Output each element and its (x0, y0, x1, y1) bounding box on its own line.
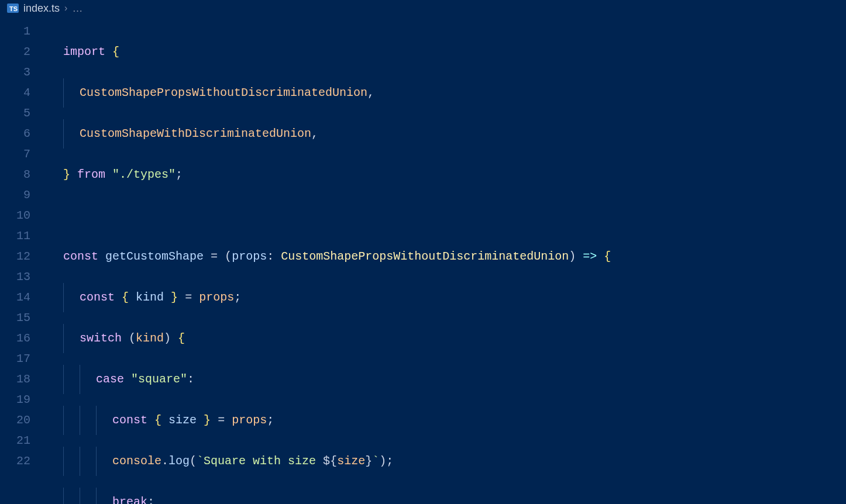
line-number: 7 (0, 144, 46, 164)
punct: ; (176, 168, 183, 181)
keyword: import (63, 45, 105, 58)
punct: ; (267, 413, 274, 427)
brace: { (154, 413, 161, 427)
code-line[interactable]: switch (kind) { (63, 328, 611, 348)
code-line[interactable] (63, 205, 611, 226)
keyword: break (112, 495, 147, 504)
brace: } (63, 168, 70, 181)
punct: , (311, 127, 318, 140)
punct: ) (164, 332, 171, 345)
brace: } (171, 291, 178, 304)
line-number: 17 (0, 348, 46, 369)
punct: : (187, 372, 194, 386)
string: "./types" (112, 168, 176, 181)
punct: ( (225, 250, 232, 263)
punct: } (365, 454, 372, 468)
punct: = (185, 291, 192, 304)
punct: : (267, 250, 281, 263)
punct: ; (147, 495, 154, 504)
punct: ${ (323, 454, 337, 468)
line-number: 12 (0, 246, 46, 267)
identifier: CustomShapeWithDiscriminatedUnion (80, 127, 311, 140)
line-number-gutter: 12345678910111213141516171819202122 (0, 18, 46, 504)
line-number: 11 (0, 226, 46, 246)
code-line[interactable]: CustomShapeWithDiscriminatedUnion, (63, 123, 611, 144)
arrow: => (583, 250, 597, 263)
code-line[interactable]: const { kind } = props; (63, 287, 611, 308)
keyword: from (77, 168, 105, 181)
chevron-right-icon: › (64, 3, 67, 13)
identifier: kind (136, 291, 164, 304)
code-line[interactable]: CustomShapePropsWithoutDiscriminatedUnio… (63, 82, 611, 103)
keyword: const (80, 291, 115, 304)
code-line[interactable]: const { size } = props; (63, 410, 611, 430)
punct: . (161, 454, 168, 468)
line-number: 18 (0, 369, 46, 389)
line-number: 15 (0, 308, 46, 328)
line-number: 16 (0, 328, 46, 348)
identifier: kind (136, 332, 164, 345)
line-number: 10 (0, 205, 46, 226)
param: props (232, 250, 267, 263)
identifier: CustomShapePropsWithoutDiscriminatedUnio… (80, 86, 367, 99)
keyword: switch (80, 332, 122, 345)
brace: { (122, 291, 129, 304)
breadcrumb-ellipsis[interactable]: … (72, 2, 82, 15)
punct: , (367, 86, 374, 99)
brace: { (112, 45, 119, 58)
type: CustomShapePropsWithoutDiscriminatedUnio… (281, 250, 569, 263)
line-number: 5 (0, 103, 46, 123)
keyword: const (112, 413, 147, 427)
line-number: 8 (0, 164, 46, 185)
identifier: props (232, 413, 267, 427)
line-number: 20 (0, 410, 46, 430)
template: `Square with size (197, 454, 323, 468)
breadcrumb-filename[interactable]: index.ts (23, 2, 60, 15)
punct: = (218, 413, 225, 427)
line-number: 3 (0, 62, 46, 82)
keyword: case (96, 372, 124, 386)
punct: ) (569, 250, 576, 263)
line-number: 13 (0, 267, 46, 287)
line-number: 19 (0, 389, 46, 410)
identifier: size (337, 454, 365, 468)
punct: ; (234, 291, 241, 304)
identifier: props (199, 291, 234, 304)
keyword: const (63, 250, 98, 263)
line-number: 1 (0, 21, 46, 42)
code-line[interactable]: console.log(`Square with size ${size}`); (63, 451, 611, 471)
template: ` (372, 454, 379, 468)
brace: { (178, 332, 185, 345)
breadcrumb[interactable]: TS index.ts › … (0, 0, 846, 18)
code-line[interactable]: } from "./types"; (63, 164, 611, 185)
code-area[interactable]: import { CustomShapePropsWithoutDiscrimi… (46, 18, 611, 504)
code-line[interactable]: break; (63, 492, 611, 504)
line-number: 14 (0, 287, 46, 308)
identifier: console (112, 454, 161, 468)
string: "square" (131, 372, 187, 386)
code-line[interactable]: import { (63, 42, 611, 62)
punct: ; (386, 454, 393, 468)
line-number: 6 (0, 123, 46, 144)
punct: ( (190, 454, 197, 468)
identifier: size (168, 413, 197, 427)
line-number: 22 (0, 451, 46, 471)
punct: ( (129, 332, 136, 345)
punct: ) (379, 454, 386, 468)
punct: = (211, 250, 218, 263)
code-editor[interactable]: 12345678910111213141516171819202122 impo… (0, 18, 846, 504)
code-line[interactable]: case "square": (63, 369, 611, 389)
code-line[interactable]: const getCustomShape = (props: CustomSha… (63, 246, 611, 267)
line-number: 4 (0, 82, 46, 103)
line-number: 2 (0, 42, 46, 62)
line-number: 21 (0, 430, 46, 451)
identifier: getCustomShape (105, 250, 204, 263)
method: log (168, 454, 190, 468)
brace: } (204, 413, 211, 427)
typescript-file-icon: TS (7, 4, 19, 13)
brace: { (604, 250, 611, 263)
line-number: 9 (0, 185, 46, 205)
